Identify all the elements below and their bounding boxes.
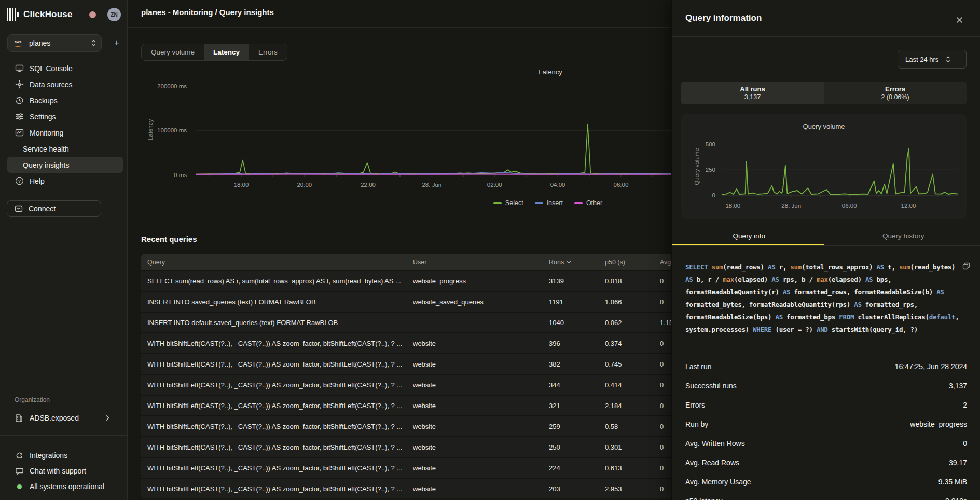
brand-name: ClickHouse: [23, 9, 73, 20]
tab-latency[interactable]: Latency: [204, 44, 249, 60]
cell-runs: 224: [543, 464, 599, 472]
x-tick-label: 20:00: [297, 182, 312, 188]
organization-name: ADSB.exposed: [30, 414, 79, 422]
table-row[interactable]: WITH bitShiftLeft(CAST(?..), _CAST(?..))…: [141, 457, 671, 478]
column-header-p50[interactable]: p50 (s): [599, 259, 654, 266]
cell-query: WITH bitShiftLeft(CAST(?..), _CAST(?..))…: [141, 464, 407, 472]
sidebar-item-data-sources[interactable]: Data sources: [0, 76, 127, 92]
stat-row: Errors 2: [685, 395, 967, 414]
x-tick-label: 06:00: [614, 182, 629, 188]
y-tick-label: 0 ms: [174, 172, 187, 178]
status-dot-icon: [15, 482, 24, 491]
svg-text:?: ?: [18, 179, 21, 184]
table-row[interactable]: INSERT INTO saved_queries (text) FORMAT …: [141, 291, 671, 312]
y-tick-label: 0: [712, 192, 715, 198]
stat-label: Last run: [685, 362, 712, 371]
cell-query: INSERT INTO default.saved_queries (text)…: [141, 319, 407, 327]
table-row[interactable]: WITH bitShiftLeft(CAST(?..), _CAST(?..))…: [141, 478, 671, 498]
stat-row: Run by website_progress: [685, 414, 967, 434]
table-row[interactable]: INSERT INTO default.saved_queries (text)…: [141, 312, 671, 332]
stat-row: Successful runs 3,137: [685, 376, 967, 395]
sidebar-item-chat-support[interactable]: Chat with support: [0, 463, 127, 479]
cell-avg: 0: [654, 485, 671, 493]
column-header-runs[interactable]: Runs: [543, 259, 599, 266]
tab-query-info[interactable]: Query info: [672, 226, 826, 246]
cell-avg: 1.15: [654, 319, 671, 327]
connect-button[interactable]: Connect: [7, 200, 101, 217]
y-tick-label: 250: [706, 167, 715, 173]
legend-item[interactable]: Select: [493, 199, 523, 207]
tab-errors[interactable]: Errors: [249, 44, 287, 60]
column-header-avg[interactable]: Avg.: [654, 259, 671, 266]
table-row[interactable]: WITH bitShiftLeft(CAST(?..), _CAST(?..))…: [141, 374, 671, 395]
recent-queries-title: Recent queries: [141, 235, 197, 244]
segment-all-runs[interactable]: All runs 3,137: [681, 82, 824, 104]
cell-p50: 0.745: [599, 360, 654, 368]
chat-bubble-icon: [15, 467, 24, 476]
cell-runs: 3139: [543, 277, 599, 285]
cell-query: WITH bitShiftLeft(CAST(?..), _CAST(?..))…: [141, 485, 407, 493]
stat-value: 0.018s: [945, 497, 967, 500]
aws-icon: aws: [13, 40, 24, 47]
sidebar-nav: SQL Console Data sources Backups Setting…: [0, 60, 127, 189]
column-header-query[interactable]: Query: [141, 259, 407, 266]
table-row[interactable]: WITH bitShiftLeft(CAST(?..), _CAST(?..))…: [141, 353, 671, 374]
legend-item[interactable]: Insert: [535, 199, 563, 207]
stat-row: Avg. Read Rows 39.17: [685, 453, 967, 472]
x-tick-label: 12:00: [901, 202, 916, 209]
recent-queries-table: Query User Runs p50 (s) Avg. SELECT sum(…: [141, 254, 671, 498]
cell-runs: 203: [543, 485, 599, 493]
organization-label: Organization: [15, 396, 50, 403]
table-row[interactable]: WITH bitShiftLeft(CAST(?..), _CAST(?..))…: [141, 332, 671, 353]
sidebar-item-service-health[interactable]: Service health: [0, 141, 127, 157]
user-avatar[interactable]: ZN: [107, 8, 121, 21]
cell-query: WITH bitShiftLeft(CAST(?..), _CAST(?..))…: [141, 443, 407, 451]
sidebar-item-backups[interactable]: Backups: [0, 92, 127, 109]
latency-plot-area: [196, 73, 671, 175]
cell-user: website: [407, 443, 543, 451]
stat-label: Successful runs: [685, 382, 737, 390]
insights-tabgroup: Query volume Latency Errors: [141, 44, 287, 61]
table-row[interactable]: WITH bitShiftLeft(CAST(?..), _CAST(?..))…: [141, 436, 671, 457]
column-header-user[interactable]: User: [407, 259, 543, 266]
sidebar-item-query-insights[interactable]: Query insights: [7, 157, 123, 173]
sidebar-item-sql-console[interactable]: SQL Console: [0, 60, 127, 76]
cell-avg: 0: [654, 402, 671, 410]
table-row[interactable]: WITH bitShiftLeft(CAST(?..), _CAST(?..))…: [141, 395, 671, 415]
query-information-panel: Query information Last 24 hrs All runs 3…: [671, 0, 980, 500]
sidebar-item-help[interactable]: ? Help: [0, 173, 127, 189]
service-selector[interactable]: aws planes: [7, 34, 102, 52]
page-title: planes - Monitoring / Query insights: [141, 8, 274, 17]
console-icon: [15, 64, 24, 73]
stat-row: Avg. Memory Usage 9.35 MiB: [685, 472, 967, 492]
sidebar-item-settings[interactable]: Settings: [0, 109, 127, 125]
sidebar-item-system-status[interactable]: All systems operational: [0, 479, 127, 494]
volume-x-ticks: 18:0028. Jun06:0012:00: [722, 202, 958, 211]
cell-p50: 0.374: [599, 340, 654, 347]
table-row[interactable]: SELECT sum(read_rows) AS r, sum(total_ro…: [141, 270, 671, 291]
tab-query-history[interactable]: Query history: [826, 226, 980, 246]
sidebar-item-monitoring[interactable]: Monitoring: [0, 125, 127, 141]
sort-chevron-down-icon: [567, 261, 571, 264]
tab-query-volume[interactable]: Query volume: [142, 44, 204, 60]
sidebar-divider: [0, 435, 127, 436]
legend-item[interactable]: Other: [574, 199, 602, 207]
header-divider: [128, 27, 671, 28]
stat-value: 0: [963, 439, 967, 448]
organization-switcher[interactable]: ADSB.exposed: [0, 410, 127, 426]
cell-runs: 396: [543, 340, 599, 347]
table-row[interactable]: WITH bitShiftLeft(CAST(?..), _CAST(?..))…: [141, 415, 671, 436]
time-range-select[interactable]: Last 24 hrs: [898, 50, 967, 69]
x-tick-label: 18:00: [725, 202, 740, 209]
add-service-button[interactable]: +: [109, 34, 125, 52]
copy-icon: [962, 262, 970, 270]
select-updown-icon: [91, 39, 96, 47]
close-panel-button[interactable]: [954, 14, 965, 25]
stat-value: 9.35 MiB: [938, 478, 967, 486]
segment-errors[interactable]: Errors 2 (0.06%): [824, 82, 967, 104]
copy-sql-button[interactable]: [962, 262, 970, 270]
sidebar-item-integrations[interactable]: Integrations: [0, 448, 127, 463]
stat-row: Avg. Written Rows 0: [685, 434, 967, 453]
presence-dot-icon: [89, 11, 96, 18]
x-tick-label: 22:00: [361, 182, 376, 188]
